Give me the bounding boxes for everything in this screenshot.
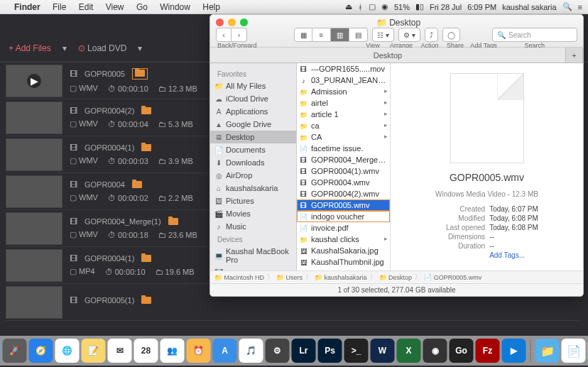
new-tab-button[interactable]: + bbox=[566, 48, 583, 62]
sidebar-item-airdrop[interactable]: ◎AirDrop bbox=[210, 169, 296, 182]
list-view-button[interactable]: ≡ bbox=[312, 28, 331, 42]
dock-app[interactable]: A bbox=[213, 339, 237, 363]
gallery-view-button[interactable]: ▤ bbox=[349, 28, 368, 42]
dock-app[interactable]: ☺ bbox=[0, 339, 1, 363]
action-button[interactable]: ⚙ ▾ bbox=[398, 28, 420, 42]
menu-window[interactable]: Window bbox=[160, 2, 190, 12]
sidebar-item-kaushalsakaria[interactable]: ⌂kaushalsakaria bbox=[210, 182, 296, 195]
dock-app[interactable]: 🧭 bbox=[29, 339, 53, 363]
dock-item[interactable]: 📄 bbox=[562, 339, 586, 363]
dock-app[interactable]: X bbox=[397, 339, 421, 363]
path-segment[interactable]: 📁 Macintosh HD bbox=[214, 274, 264, 281]
file-item[interactable]: 📄invoice.pdf bbox=[297, 222, 390, 234]
back-button[interactable]: ‹ bbox=[216, 28, 232, 42]
file-item[interactable]: 📁Admission▸ bbox=[297, 86, 390, 97]
path-segment[interactable]: 📁 kaushalsakaria bbox=[315, 274, 367, 281]
sidebar-item-all-my-files[interactable]: 📁All My Files bbox=[210, 80, 296, 92]
airplay-icon[interactable]: ▢ bbox=[369, 2, 376, 11]
sidebar-item-pictures[interactable]: 🖼Pictures bbox=[210, 195, 296, 207]
format-badge[interactable]: ▢ WMV bbox=[70, 84, 98, 93]
sidebar-item-documents[interactable]: 📄Documents bbox=[210, 143, 296, 156]
dock-app[interactable]: ⏰ bbox=[187, 339, 211, 363]
icon-view-button[interactable]: ▦ bbox=[294, 28, 312, 42]
file-item[interactable]: 📁Nicephoto▸ bbox=[297, 268, 390, 270]
dock-app[interactable]: ✉ bbox=[108, 339, 132, 363]
thumbnail[interactable] bbox=[6, 175, 62, 208]
file-item[interactable]: 📁CA▸ bbox=[297, 131, 390, 143]
sidebar-item-no-name[interactable]: 💽NO NAME ⏏ bbox=[210, 266, 296, 270]
search-field[interactable]: 🔍 Search bbox=[492, 28, 577, 42]
dock-app[interactable]: ◉ bbox=[423, 339, 447, 363]
menu-edit[interactable]: Edit bbox=[79, 2, 94, 12]
dock-app[interactable]: Go bbox=[450, 339, 474, 363]
battery-icon[interactable]: ▮▯ bbox=[415, 2, 424, 11]
file-item[interactable]: 🎞GOPR0004_Merge(1).wmv bbox=[297, 154, 390, 165]
format-badge[interactable]: ▢ MP4 bbox=[70, 267, 95, 276]
format-badge[interactable]: ▢ WMV bbox=[70, 156, 98, 165]
add-files-button[interactable]: + Add Files bbox=[9, 43, 51, 53]
sidebar-item-google-drive[interactable]: ▲Google Drive bbox=[210, 118, 296, 131]
user[interactable]: kaushal sakaria bbox=[502, 3, 556, 11]
load-dvd-button[interactable]: ⊙ Load DVD bbox=[78, 43, 127, 53]
sidebar-item-movies[interactable]: 🎬Movies bbox=[210, 207, 296, 220]
file-item[interactable]: 🎞GOPR0004.wmv bbox=[297, 177, 390, 188]
sidebar-item-desktop[interactable]: 🖥Desktop bbox=[210, 131, 296, 143]
dock-app[interactable]: 👥 bbox=[160, 339, 185, 363]
file-item[interactable]: 📄indogo voucher bbox=[297, 211, 390, 222]
arrange-button[interactable]: ☷ ▾ bbox=[372, 28, 394, 42]
file-item[interactable]: 📁article 1▸ bbox=[297, 109, 390, 120]
bluetooth-icon[interactable]: ᚼ bbox=[358, 3, 363, 11]
dock-app[interactable]: Fz bbox=[476, 339, 500, 363]
cloud-icon[interactable]: ⏏ bbox=[345, 2, 352, 11]
search-icon[interactable]: 🔍 bbox=[562, 2, 572, 11]
wifi-icon[interactable]: ◉ bbox=[381, 2, 388, 11]
add-tags-link[interactable]: Add Tags... bbox=[489, 251, 525, 259]
file-item[interactable]: 📁kaushal clicks▸ bbox=[297, 234, 390, 245]
file-item[interactable]: 📁ca▸ bbox=[297, 120, 390, 131]
dock-app[interactable]: W bbox=[371, 339, 395, 363]
file-item[interactable]: 📁airtel▸ bbox=[297, 97, 390, 109]
path-segment[interactable]: 📁 Desktop bbox=[379, 274, 413, 281]
thumbnail[interactable] bbox=[6, 249, 62, 282]
menu-help[interactable]: Help bbox=[202, 2, 220, 12]
dock-app[interactable]: 28 bbox=[134, 339, 158, 363]
notif-icon[interactable]: ≡ bbox=[578, 3, 582, 11]
file-item[interactable]: 🖼KaushalSakaria.jpg bbox=[297, 245, 390, 256]
tags-button[interactable]: ◯ bbox=[442, 28, 460, 42]
menu-go[interactable]: Go bbox=[136, 2, 148, 12]
menu-view[interactable]: View bbox=[106, 2, 124, 12]
thumbnail[interactable] bbox=[6, 212, 62, 245]
sidebar-item-kaushal-macbook-pro[interactable]: 💻Kaushal MacBook Pro bbox=[210, 245, 296, 266]
dock-app[interactable]: >_ bbox=[344, 339, 369, 363]
dock-app[interactable]: Ps bbox=[318, 339, 342, 363]
file-item[interactable]: 🎞GOPR0005.wmv bbox=[297, 199, 390, 211]
thumbnail[interactable] bbox=[6, 138, 62, 171]
format-badge[interactable]: ▢ WMV bbox=[70, 119, 98, 128]
path-segment[interactable]: 📄 GOPR0005.wmv bbox=[424, 274, 481, 281]
share-button[interactable]: ⤴ bbox=[425, 28, 438, 42]
file-item[interactable]: ♪03_PURANI_JEANS.mp3 bbox=[297, 75, 390, 86]
sidebar-item-applications[interactable]: AApplications bbox=[210, 105, 296, 118]
menu-file[interactable]: File bbox=[53, 2, 66, 12]
sidebar-item-icloud-drive[interactable]: ☁iCloud Drive bbox=[210, 92, 296, 105]
file-item[interactable]: 🎞GOPR0004(1).wmv bbox=[297, 165, 390, 177]
tab-desktop[interactable]: Desktop bbox=[210, 48, 566, 62]
dock-app[interactable]: Lr bbox=[292, 339, 316, 363]
thumbnail[interactable] bbox=[6, 65, 62, 97]
file-item[interactable]: 📄facetime issue. bbox=[297, 143, 390, 154]
dock-app[interactable]: 📝 bbox=[82, 339, 106, 363]
dock-item[interactable]: 📁 bbox=[535, 339, 560, 363]
dock-app[interactable]: 🌐 bbox=[55, 339, 80, 363]
dock-app[interactable]: ⚙ bbox=[266, 339, 290, 363]
column-view-button[interactable]: ▥ bbox=[331, 28, 349, 42]
thumbnail[interactable] bbox=[6, 102, 62, 134]
dock-app[interactable]: ▶ bbox=[502, 339, 526, 363]
sidebar-item-music[interactable]: ♪Music bbox=[210, 220, 296, 233]
path-segment[interactable]: 📁 Users bbox=[276, 274, 303, 281]
format-badge[interactable]: ▢ WMV bbox=[70, 230, 98, 239]
forward-button[interactable]: › bbox=[232, 28, 247, 42]
menu-app[interactable]: Finder bbox=[14, 2, 40, 12]
file-item[interactable]: 🖼KaushalThumbnil.jpg bbox=[297, 256, 390, 268]
eject-icon[interactable]: ⏏ bbox=[282, 268, 289, 270]
dock-app[interactable]: 🚀 bbox=[3, 339, 27, 363]
